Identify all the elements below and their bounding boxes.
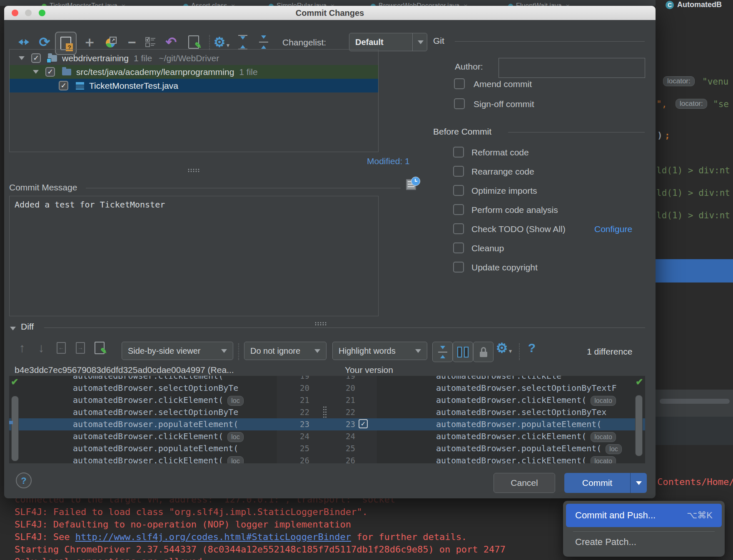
java-class-icon (76, 82, 84, 90)
splitter-grip[interactable] (314, 322, 327, 325)
active-editor-tab[interactable]: C AutomatedB (656, 0, 733, 10)
tab-fluentwait[interactable]: FluentWait.java (508, 0, 570, 6)
splitter-grip[interactable] (187, 168, 200, 172)
param-hint: locator: (663, 76, 695, 86)
chevron-down-icon[interactable] (33, 70, 39, 77)
changelist-details-icon[interactable] (142, 33, 158, 51)
whitespace-select[interactable]: Do not ignore (244, 342, 327, 360)
add-icon[interactable]: ＋ (82, 33, 97, 51)
editor-code: ld(1) > div:nt (656, 210, 730, 220)
git-section-label: Git (433, 36, 444, 46)
section-divider (508, 132, 645, 132)
commit-button[interactable]: Commit (564, 473, 630, 493)
tab-assert-class[interactable]: Assert.class (183, 0, 235, 6)
compare-next-file-icon[interactable]: → (72, 339, 88, 357)
line-numbers: 2424 (277, 430, 377, 442)
signoff-commit-checkbox[interactable] (454, 98, 465, 109)
collapse-all-icon[interactable] (256, 33, 272, 51)
folder-icon (62, 69, 71, 75)
refresh-icon[interactable]: ⟳ (37, 33, 52, 51)
sync-scroll-toggle[interactable] (453, 342, 473, 362)
editor-panel-band (656, 417, 733, 445)
chevron-down-icon[interactable] (19, 56, 25, 63)
chevron-down-icon (221, 349, 227, 356)
diff-line: automatedBrowser.clickElement(loc (9, 455, 277, 463)
diff-left-scrollbar[interactable] (11, 396, 19, 461)
code-analysis-checkbox[interactable] (453, 204, 464, 215)
commit-options-menu: Commit and Push... ⌥⌘K Create Patch... (563, 501, 725, 557)
update-copyright-checkbox[interactable] (453, 262, 464, 272)
edit-changelist-icon[interactable]: ✎ (186, 33, 202, 51)
gear-icon[interactable]: ⚙▼ (496, 339, 512, 357)
diff-line: automatedBrowser.clickElement( (9, 376, 277, 382)
configure-link[interactable]: Configure (594, 224, 632, 234)
changelist-select[interactable]: Default (349, 33, 427, 51)
reformat-code-checkbox[interactable] (453, 147, 464, 158)
tab-ticketmonstertest[interactable]: TicketMonsterTest.java (42, 0, 126, 6)
editor-scrollbar[interactable] (660, 399, 730, 404)
chevron-down-icon (418, 40, 424, 47)
menu-item-create-patch[interactable]: Create Patch... (575, 537, 636, 548)
checkbox-checked[interactable]: ✓ (31, 53, 41, 63)
tab-browserwebdecorator[interactable]: BrowserWebDecorator.java (371, 0, 468, 6)
highlight-select[interactable]: Highlight words (332, 342, 427, 360)
commit-dropdown-button[interactable] (630, 473, 647, 493)
commit-changes-dialog: Commit Changes ⟳ ? ＋ ↗ − ↶ ✎ (4, 6, 656, 498)
menu-item-commit-and-push[interactable]: Commit and Push... ⌥⌘K (566, 504, 722, 527)
screen: TicketMonsterTest.java Assert.class Simp… (0, 0, 733, 560)
splitter-grip[interactable] (323, 406, 327, 418)
chevron-down-icon[interactable] (10, 327, 16, 333)
checkbox-checked[interactable]: ✓ (45, 67, 55, 77)
dialog-titlebar[interactable]: Commit Changes (4, 6, 656, 20)
tree-row-module[interactable]: ✓ webdrivertraining 1 file ~/git/WebDriv… (10, 51, 378, 65)
diff-line: automatedBrowser.selectOptionByTe (9, 382, 277, 394)
diff-left-pane[interactable]: automatedBrowser.clickElement( automated… (9, 376, 277, 463)
commit-message-input[interactable]: Added a test for TicketMonster (9, 196, 379, 316)
amend-commit-checkbox[interactable] (454, 78, 465, 89)
diff-right-pane[interactable]: automatedBrowser.clickEle automatedBrows… (377, 376, 645, 463)
help-button[interactable]: ? (16, 472, 32, 488)
diff-line: automatedBrowser.selectOptionByTex (377, 406, 645, 418)
update-copyright-label: Update copyright (471, 262, 538, 272)
tree-row-package[interactable]: ✓ src/test/java/academy/learnprogramming… (10, 65, 378, 79)
diff-line-selected: automatedBrowser.populateElement( (9, 418, 277, 430)
expand-all-icon[interactable] (235, 33, 251, 51)
gear-icon[interactable]: ⚙▼ (214, 33, 230, 51)
line-numbers: 2525 (277, 442, 377, 455)
previous-difference-icon[interactable]: ↑ (14, 339, 30, 357)
rearrange-code-checkbox[interactable] (453, 166, 464, 177)
optimize-imports-checkbox[interactable] (453, 185, 464, 196)
cancel-button[interactable]: Cancel (494, 473, 555, 493)
rollback-icon[interactable]: ↶ (163, 33, 179, 51)
tree-row-file-selected[interactable]: ✓ TicketMonsterTest.java (10, 79, 378, 92)
next-difference-icon[interactable]: ↓ (33, 339, 49, 357)
diff-line: automatedBrowser.clickElement(loc (9, 430, 277, 442)
line-numbers: 2222 (277, 406, 377, 418)
chevron-down-icon (314, 349, 320, 356)
console-link[interactable]: http://www.slf4j.org/codes.html#StaticLo… (75, 532, 351, 542)
module-folder-icon (48, 55, 57, 62)
compare-previous-file-icon[interactable]: ← (53, 339, 69, 357)
diff-line: automatedBrowser.clickElement(locato (377, 455, 645, 463)
console-line: SLF4J: Defaulting to no-operation (NOP) … (15, 519, 351, 530)
line-numbers: 1919 (277, 376, 377, 382)
jump-to-source-doc-icon[interactable]: ✎ (92, 339, 107, 357)
console-line: SLF4J: See http://www.slf4j.org/codes.ht… (15, 532, 467, 542)
change-checkbox-checked[interactable]: ✓ (359, 419, 368, 428)
message-history-icon[interactable] (406, 177, 420, 192)
check-todo-checkbox[interactable] (453, 223, 464, 234)
viewer-select[interactable]: Side-by-side viewer (122, 342, 233, 360)
show-diff-icon[interactable]: ↗ (103, 33, 119, 51)
lock-toggle[interactable] (473, 342, 494, 362)
toolbar-separator (238, 343, 239, 360)
author-input[interactable] (499, 58, 645, 78)
cleanup-checkbox[interactable] (453, 242, 464, 253)
checkbox-checked[interactable]: ✓ (59, 81, 68, 90)
help-icon[interactable]: ? (524, 339, 540, 357)
diff-right-scrollbar[interactable] (635, 395, 643, 456)
jump-to-source-icon[interactable] (16, 33, 32, 51)
tab-simplerular[interactable]: SimpleRular.java (269, 0, 335, 6)
collapse-unchanged-toggle[interactable] (432, 342, 453, 362)
remove-icon[interactable]: − (124, 33, 140, 51)
difference-count: 1 difference (587, 347, 632, 357)
